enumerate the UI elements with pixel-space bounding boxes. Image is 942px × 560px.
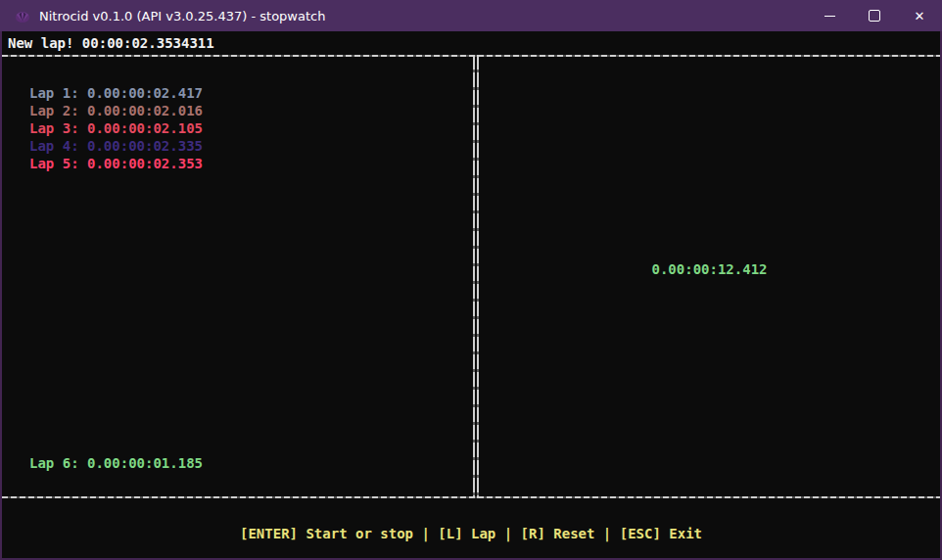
terminal-window: Nitrocid v0.1.0 (API v3.0.25.437) - stop… [0, 0, 942, 560]
keybindings-bar: [ENTER] Start or stop | [L] Lap | [R] Re… [0, 525, 942, 542]
close-icon: ✕ [915, 10, 925, 23]
panels-top-border [2, 55, 940, 57]
elapsed-timer: 0.00:00:12.412 [479, 260, 940, 278]
panels-bottom-border [2, 496, 940, 498]
maximize-button[interactable] [852, 0, 897, 31]
lap-entry: Lap 2: 0.00:00:02.016 [29, 102, 203, 119]
lap-entry: Lap 5: 0.00:00:02.353 [29, 155, 203, 172]
window-frame-left [0, 31, 2, 560]
minimize-button[interactable] [807, 0, 852, 31]
lap-entry: Lap 3: 0.00:00:02.105 [29, 119, 203, 137]
lap-list: Lap 1: 0.00:00:02.417Lap 2: 0.00:00:02.0… [29, 84, 203, 172]
titlebar[interactable]: Nitrocid v0.1.0 (API v3.0.25.437) - stop… [0, 0, 942, 31]
close-button[interactable]: ✕ [897, 0, 942, 31]
window-title: Nitrocid v0.1.0 (API v3.0.25.437) - stop… [39, 9, 325, 23]
current-lap: Lap 6: 0.00:00:01.185 [29, 454, 203, 472]
status-line: New lap! 00:00:02.3534311 [8, 32, 214, 54]
app-icon [14, 8, 31, 23]
lap-entry: Lap 4: 0.00:00:02.335 [29, 137, 203, 155]
left-panel-right-border [473, 55, 475, 498]
lap-entry: Lap 1: 0.00:00:02.417 [29, 84, 203, 102]
maximize-icon [869, 10, 880, 22]
minimize-icon [824, 16, 835, 17]
